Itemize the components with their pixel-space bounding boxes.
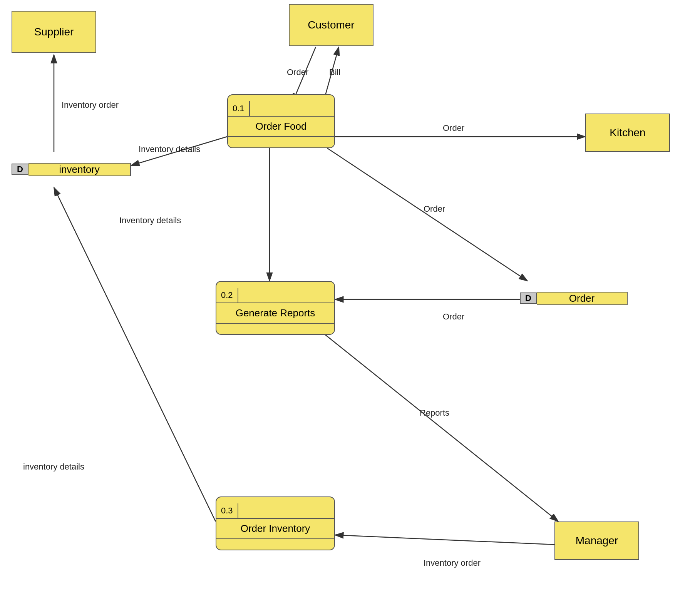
manager-node: Manager (554, 521, 639, 560)
order-food-process: 0.1 Order Food (227, 94, 335, 148)
order-food-label: Order Food (256, 120, 307, 132)
inventory-d-label: D (12, 164, 28, 175)
generate-reports-label: Generate Reports (236, 307, 315, 319)
kitchen-node: Kitchen (585, 114, 670, 152)
order-inventory-process: 0.3 Order Inventory (216, 496, 335, 550)
kitchen-label: Kitchen (610, 127, 645, 139)
svg-line-8 (327, 148, 528, 281)
supplier-label: Supplier (34, 26, 74, 38)
customer-label: Customer (308, 19, 354, 31)
label-inventory-order-bottom: Inventory order (424, 558, 481, 568)
label-inventory-order-up: Inventory order (62, 100, 119, 110)
label-order: Order (287, 67, 308, 77)
label-bill: Bill (329, 67, 340, 77)
order-food-num: 0.1 (228, 101, 250, 116)
order-store-label: Order (537, 292, 628, 305)
order-datastore: D Order (520, 281, 628, 316)
generate-reports-process: 0.2 Generate Reports (216, 281, 335, 335)
label-order-kitchen: Order (443, 123, 464, 133)
svg-line-11 (335, 535, 554, 545)
label-order-v: Order (424, 204, 445, 214)
label-reports: Reports (420, 408, 449, 418)
svg-line-10 (316, 327, 558, 521)
supplier-node: Supplier (12, 11, 96, 53)
inventory-datastore: D inventory (12, 152, 131, 187)
order-inventory-num: 0.3 (216, 503, 238, 518)
generate-reports-num: 0.2 (216, 288, 238, 303)
label-order-2: Order (443, 312, 464, 322)
order-inventory-label: Order Inventory (241, 523, 310, 535)
order-d-label: D (520, 292, 537, 304)
inventory-store-label: inventory (28, 163, 131, 176)
label-inventory-details-v: Inventory details (119, 216, 181, 226)
customer-node: Customer (289, 4, 373, 46)
label-inventory-details-v2: inventory details (23, 462, 84, 472)
label-inventory-details-h1: Inventory details (139, 144, 200, 154)
manager-label: Manager (576, 535, 618, 547)
diagram: Supplier Customer Kitchen Manager D inve… (0, 0, 700, 590)
